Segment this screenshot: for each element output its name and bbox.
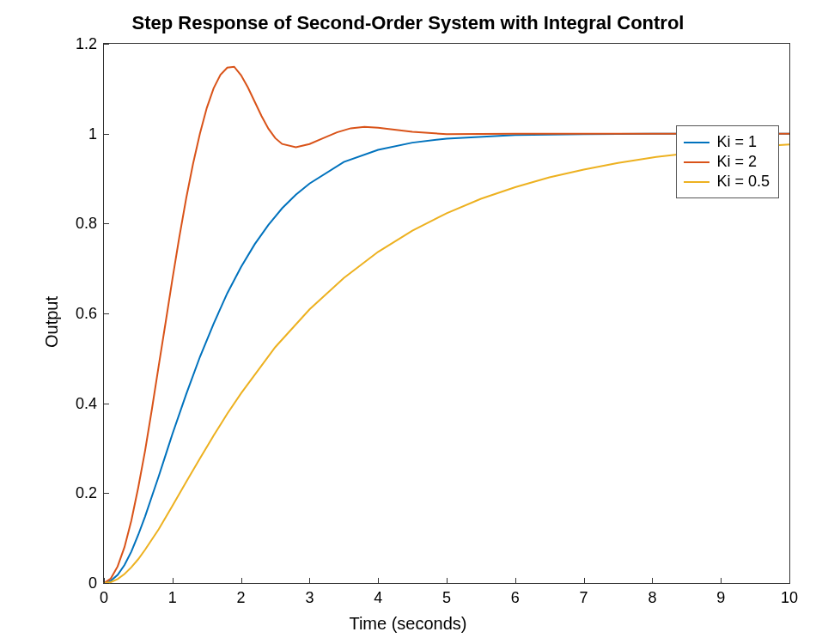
x-tick-label: 4 xyxy=(374,589,382,607)
legend: Ki = 1Ki = 2Ki = 0.5 xyxy=(676,125,779,198)
x-tick-label: 7 xyxy=(580,589,588,607)
legend-swatch xyxy=(684,181,709,183)
x-tick-label: 5 xyxy=(442,589,451,607)
series-line xyxy=(104,134,789,583)
legend-swatch xyxy=(684,161,709,163)
x-tick-label: 1 xyxy=(168,589,177,607)
y-tick-label: 1 xyxy=(66,125,97,143)
legend-item: Ki = 2 xyxy=(684,153,770,171)
x-tick-label: 8 xyxy=(648,589,656,607)
legend-label: Ki = 1 xyxy=(716,133,757,151)
chart-title: Step Response of Second-Order System wit… xyxy=(0,12,816,34)
y-tick-label: 0 xyxy=(66,574,97,592)
x-axis-label: Time (seconds) xyxy=(0,614,816,634)
y-tick-label: 0.8 xyxy=(66,215,97,233)
y-tick-label: 0.6 xyxy=(66,305,97,323)
x-tick-label: 9 xyxy=(716,589,725,607)
y-tick-label: 0.4 xyxy=(66,394,97,412)
x-tick-label: 3 xyxy=(305,589,314,607)
x-tick-label: 2 xyxy=(237,589,246,607)
legend-item: Ki = 0.5 xyxy=(684,173,770,191)
y-tick-label: 1.2 xyxy=(66,35,97,53)
legend-label: Ki = 0.5 xyxy=(716,173,770,191)
x-tick-label: 10 xyxy=(781,589,798,607)
chart-container: Step Response of Second-Order System wit… xyxy=(0,0,816,644)
legend-item: Ki = 1 xyxy=(684,133,770,151)
y-axis-label: Output xyxy=(42,296,62,348)
legend-swatch xyxy=(684,142,709,143)
x-tick-label: 0 xyxy=(100,589,108,607)
plot-area: Ki = 1Ki = 2Ki = 0.5 01234567891000.20.4… xyxy=(103,43,790,584)
y-tick-label: 0.2 xyxy=(66,484,97,502)
series-line xyxy=(104,144,789,583)
x-tick-label: 6 xyxy=(511,589,520,607)
legend-label: Ki = 2 xyxy=(716,153,757,171)
